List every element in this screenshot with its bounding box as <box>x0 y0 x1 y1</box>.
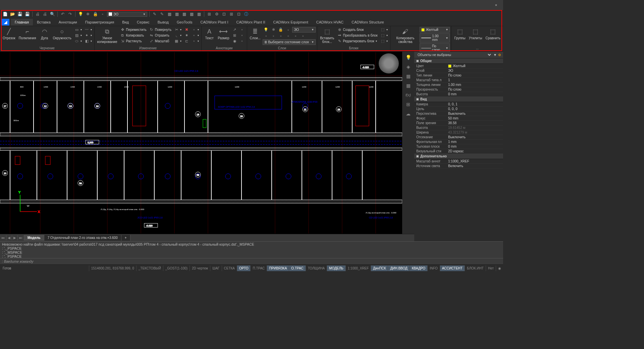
status-seg[interactable]: 1:1000_XREF <box>345 265 371 271</box>
block-b[interactable]: ⬚▾ <box>379 33 389 38</box>
lineweight-combo[interactable]: 1.00 mm▼ <box>420 33 450 43</box>
prop-row[interactable]: Фокус50 mm <box>414 116 503 121</box>
arc-button[interactable]: ◠Дуга <box>38 27 51 41</box>
status-seg[interactable]: ОРТО <box>237 265 250 271</box>
prop-group[interactable]: ▣ Дополнительно <box>414 154 503 159</box>
rt-grid1-icon[interactable]: ▦ <box>405 72 412 80</box>
status-seg[interactable]: ШАГ <box>210 265 221 271</box>
polyline-button[interactable]: ⌐Полилиния <box>17 27 38 41</box>
annot-b-button[interactable]: ▫ <box>239 33 246 38</box>
status-seg[interactable]: СЕТКА <box>222 265 237 271</box>
status-seg[interactable]: _ТЕКСТОВЫЙ <box>136 265 163 271</box>
text-button[interactable]: AТекст <box>203 27 216 41</box>
color-combo[interactable]: Желтый▼ <box>420 27 450 33</box>
leader-button[interactable]: ↗ <box>231 27 238 32</box>
prop-row[interactable]: Масштаб типа л1 <box>414 78 503 83</box>
tab-output[interactable]: Вывод <box>154 19 173 26</box>
grid1-icon[interactable]: ▦ <box>166 11 172 17</box>
tab-prev-icon[interactable]: ◀ <box>6 235 12 240</box>
tool2-icon[interactable]: ⊡ <box>221 11 227 17</box>
compare-button[interactable]: ⬚Сравнить <box>484 27 502 41</box>
app-logo-icon[interactable]: ◢ <box>1 19 9 26</box>
layer-tool3[interactable]: 🔒 <box>277 27 284 33</box>
filter-icon[interactable]: ▼ <box>493 53 497 57</box>
table-icon[interactable]: ⊞ <box>206 11 212 17</box>
status-seg[interactable]: П.ТРАС <box>250 265 267 271</box>
rt-bulb-icon[interactable]: 💡 <box>405 54 412 61</box>
grid5-icon[interactable]: ▦ <box>196 11 202 17</box>
linetype-combo[interactable]: По слою▼ <box>420 43 450 53</box>
tab-cadworx-struct[interactable]: CADWorx Structure <box>347 19 388 26</box>
prop-row[interactable]: СлойЭО <box>414 68 503 73</box>
status-seg[interactable]: 2D чертеж <box>190 265 210 271</box>
tab-last-icon[interactable]: ⏭ <box>18 235 24 240</box>
bulb-icon[interactable]: 💡 <box>77 11 84 17</box>
prop-row[interactable]: Ширина43.321279 м <box>414 130 503 135</box>
layers-button[interactable]: ≣Слои... <box>249 27 262 41</box>
smartcopy-button[interactable]: ⧉Умное копирование <box>96 27 119 44</box>
create-block-button[interactable]: ⊕Создать блок <box>336 27 379 32</box>
layer-quick-combo[interactable]: ЭО ▼ <box>107 12 147 17</box>
tool3-icon[interactable]: ⊞ <box>228 11 234 17</box>
ellipse-button[interactable]: ⬭▾ <box>73 38 83 44</box>
tab-service[interactable]: Сервис <box>133 19 154 26</box>
prop-row[interactable]: ПрозрачностьПо слою <box>414 87 503 92</box>
status-seg[interactable]: АССИСТЕНТ <box>440 265 465 271</box>
scale-button[interactable]: ⤢Масштаб <box>148 38 172 44</box>
rt-fx-icon[interactable]: f(x) <box>405 91 412 99</box>
prop-row[interactable]: Камера0, 0, 1 <box>414 102 503 107</box>
undo-icon[interactable]: ↶ <box>60 11 66 17</box>
line-button[interactable]: ╱Отрезок <box>1 27 17 41</box>
prop-row[interactable]: Толщина линии1.00 mm <box>414 83 503 87</box>
edit-block-button[interactable]: ✎Редактировать блок▾ <box>336 38 379 44</box>
layer-t5[interactable]: ▫ <box>263 33 269 39</box>
mirror-button[interactable]: ⇋Отразить <box>148 33 172 38</box>
color-icon[interactable]: ▫ <box>100 11 106 17</box>
layer-t10[interactable]: ▫ <box>300 33 306 39</box>
tab-cadworx-hvac[interactable]: CADWorx HVAC <box>312 19 348 26</box>
circle-button[interactable]: ○Окружность <box>52 27 73 41</box>
offset-button[interactable]: ⊏ <box>183 38 190 44</box>
command-input[interactable]: : Введите команду <box>0 258 503 264</box>
layer-t7[interactable]: ▫ <box>277 33 284 39</box>
rt-layers-icon[interactable]: ◈ <box>405 63 412 70</box>
prop-row[interactable]: Визуальный сти2D каркас <box>414 149 503 154</box>
erase-button[interactable]: ✖ <box>183 27 190 32</box>
status-seg[interactable]: _GOST(1-100) <box>163 265 190 271</box>
block-c[interactable]: ⬚▾ <box>379 38 389 44</box>
fillet-button[interactable]: ◟▾ <box>173 33 182 38</box>
tab-insert[interactable]: Вставка <box>33 19 55 26</box>
annot-a-button[interactable]: ▫ <box>239 27 246 32</box>
layer-state-combo[interactable]: ≣Выберите состояние слоя▼ <box>263 39 316 45</box>
grid3-icon[interactable]: ▦ <box>181 11 187 17</box>
rect-button[interactable]: ▭▾ <box>73 27 83 32</box>
tab-next-icon[interactable]: ▶ <box>12 235 18 240</box>
prop-row[interactable]: Источник светаВключить <box>414 164 503 168</box>
status-seg[interactable]: О.ТРАС <box>289 265 305 271</box>
status-seg[interactable]: МОДЕЛЬ <box>327 265 345 271</box>
rotate-button[interactable]: ↻Повернуть <box>148 27 172 32</box>
tab-view[interactable]: Вид <box>118 19 133 26</box>
move-button[interactable]: ✥Переместить <box>119 27 147 32</box>
tab-cadworx-eq[interactable]: CADWorx Equipment <box>269 19 312 26</box>
rt-grid2-icon[interactable]: ▦ <box>405 82 412 89</box>
array-button[interactable]: ▦▾ <box>173 38 182 44</box>
layout-tab[interactable]: 7 Отделочный план 2-го этажа на отм.+3.6… <box>44 235 121 241</box>
tab-param[interactable]: Параметризация <box>81 19 118 26</box>
help-icon[interactable]: ⓘ <box>243 11 249 17</box>
grid2-icon[interactable]: ▦ <box>174 11 180 17</box>
utils-button[interactable]: ⬚Утилиты <box>468 27 484 41</box>
close-icon[interactable]: × <box>491 3 501 7</box>
prop-row[interactable]: Масштаб аннот1:1000_XREF <box>414 159 503 164</box>
freeze-icon[interactable]: ❄ <box>85 11 91 17</box>
print-icon[interactable]: 🖨 <box>35 11 41 17</box>
tab-geotools[interactable]: GeoTools <box>173 19 196 26</box>
annot-c-button[interactable]: ▫ <box>239 38 246 44</box>
tab-first-icon[interactable]: ⏮ <box>0 235 6 240</box>
prop-row[interactable]: Поле зрения38.58 <box>414 121 503 126</box>
props-object-select[interactable]: Объекты не выбраны <box>416 53 492 57</box>
layer-combo[interactable]: ЭО▼ <box>292 27 316 33</box>
mod-b-button[interactable]: ▫▾ <box>191 33 200 38</box>
tab-cadworx1[interactable]: CADWorx Plant I <box>197 19 232 26</box>
block-a[interactable]: ⬚▾ <box>379 27 389 32</box>
